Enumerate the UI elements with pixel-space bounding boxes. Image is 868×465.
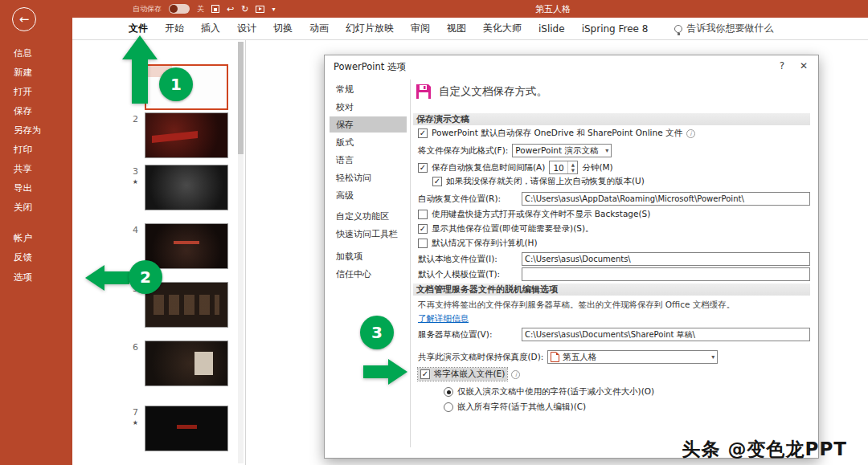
embed-all-radio[interactable] [444, 402, 453, 412]
tab-insert[interactable]: 插入 [201, 22, 220, 35]
arrow-head [388, 359, 407, 385]
slide-thumbnail-3[interactable] [145, 165, 228, 210]
step3-arrow-right [363, 359, 407, 385]
step2-badge: 2 [129, 260, 162, 294]
autosave-cloud-checkbox[interactable] [418, 128, 428, 138]
offline-note: 不再支持将签出的文件保存到服务器草稿。签出的文件现将保存到 Office 文档缓… [418, 300, 735, 311]
watermark: 头条 @变色龙PPT [682, 437, 847, 462]
options-nav-quick-access[interactable]: 快速访问工具栏 [330, 226, 407, 242]
stepper-up-icon[interactable]: ▲ [568, 161, 577, 168]
slide-thumbnail-4[interactable] [145, 223, 228, 269]
row-autosave-cloud: PowerPoint 默认自动保存 OneDrive 和 SharePoint … [418, 128, 695, 139]
save-to-computer-checkbox[interactable] [418, 239, 428, 248]
row-save-to-computer: 默认情况下保存到计算机(H) [418, 238, 538, 249]
local-path-input[interactable]: C:\Users\asus\Documents\ [522, 252, 810, 266]
template-path-input[interactable] [522, 267, 810, 281]
learn-more-link[interactable]: 了解详细信息 [418, 313, 469, 324]
tab-slideshow[interactable]: 幻灯片放映 [346, 22, 394, 35]
dialog-close-icon[interactable]: ✕ [800, 60, 808, 71]
arrow-shaft [132, 59, 148, 104]
tab-islide[interactable]: iSlide [538, 23, 565, 35]
tab-review[interactable]: 审阅 [411, 22, 430, 35]
autosave-toggle[interactable] [169, 4, 190, 14]
keep-last-version-checkbox[interactable] [432, 177, 442, 186]
row-autorecover: 保存自动恢复信息时间间隔(A) 10 ▲▼ 分钟(M) [418, 161, 613, 174]
save-icon[interactable] [211, 5, 219, 13]
tab-meihuadashi[interactable]: 美化大师 [483, 22, 522, 35]
thumbnail-scrollbar[interactable] [238, 42, 244, 463]
sidebar-item-share[interactable]: 共享 [0, 160, 72, 178]
slide-thumbnail-6[interactable] [145, 341, 228, 386]
autorecover-path-input[interactable]: C:\Users\asus\AppData\Roaming\Microsoft\… [522, 192, 810, 206]
row-embed-fonts: 将字体嵌入文件(E) i [418, 368, 520, 381]
options-nav-proofing[interactable]: 校对 [330, 99, 407, 115]
quick-access-caret-icon[interactable]: ▾ [272, 6, 275, 13]
slide-thumbnail-7[interactable] [145, 406, 228, 451]
document-title: 第五人格 [535, 3, 571, 15]
dialog-help-icon[interactable]: ? [780, 60, 784, 71]
sidebar-item-saveas[interactable]: 另存为 [0, 121, 72, 140]
section-save-presentations: 保存演示文稿 [413, 113, 810, 125]
autorecover-minutes-stepper[interactable]: 10 ▲▼ [549, 161, 578, 174]
tab-view[interactable]: 视图 [447, 22, 466, 35]
tab-home[interactable]: 开始 [165, 22, 184, 35]
sidebar-item-export[interactable]: 导出 [0, 179, 72, 198]
arrow-shaft [104, 271, 129, 284]
info-icon: i [511, 370, 520, 379]
options-nav-addins[interactable]: 加载项 [330, 248, 407, 264]
embed-fonts-checkbox[interactable] [420, 369, 430, 379]
step3-badge: 3 [360, 316, 394, 349]
show-places-checkbox[interactable] [418, 224, 428, 234]
options-nav-typography[interactable]: 版式 [330, 134, 407, 150]
row-autorecover-path: 自动恢复文件位置(R): C:\Users\asus\AppData\Roami… [418, 192, 810, 206]
tab-transitions[interactable]: 切换 [273, 22, 293, 35]
back-button[interactable]: ← [12, 7, 36, 31]
sidebar-item-account[interactable]: 帐户 [0, 229, 72, 247]
sidebar-item-feedback[interactable]: 反馈 [0, 248, 72, 267]
save-format-dropdown[interactable]: PowerPoint 演示文稿 ▾ [512, 144, 612, 157]
stepper-down-icon[interactable]: ▼ [568, 168, 577, 174]
sidebar-item-open[interactable]: 打开 [0, 83, 72, 101]
options-nav-accessibility[interactable]: 轻松访问 [330, 169, 407, 186]
row-local-path: 默认本地文件位置(I): C:\Users\asus\Documents\ [418, 252, 810, 266]
tab-animations[interactable]: 动画 [309, 22, 329, 35]
tab-file[interactable]: 文件 [129, 22, 148, 35]
fidelity-presentation-dropdown[interactable]: 第五人格 ▾ [547, 350, 718, 364]
autorecover-checkbox[interactable] [418, 163, 428, 173]
slide-thumbnail-2[interactable] [145, 112, 228, 158]
sidebar-item-save[interactable]: 保存 [0, 102, 72, 120]
row-server-path: 服务器草稿位置(V): C:\Users\asus\Documents\Shar… [418, 328, 810, 341]
back-arrow-icon: ← [19, 12, 30, 27]
embed-used-radio[interactable] [444, 387, 453, 397]
autosave-state: 关 [197, 4, 204, 14]
options-nav-general[interactable]: 常规 [330, 81, 407, 97]
dialog-title: PowerPoint 选项 [334, 61, 406, 73]
save-floppy-icon [415, 83, 432, 100]
sidebar-item-print[interactable]: 打印 [0, 141, 72, 159]
undo-icon[interactable]: ↩ [227, 5, 234, 14]
sidebar-item-close[interactable]: 关闭 [0, 198, 72, 217]
tab-design[interactable]: 设计 [237, 22, 256, 35]
ribbon-tab-bar: 文件 开始 插入 设计 切换 动画 幻灯片放映 审阅 视图 美化大师 iSlid… [72, 18, 868, 40]
chevron-down-icon: ▾ [711, 353, 714, 361]
options-nav-advanced[interactable]: 高级 [330, 187, 407, 203]
row-show-places: 显示其他保存位置(即使可能需要登录)(S)。 [418, 223, 594, 235]
sidebar-item-new[interactable]: 新建 [0, 63, 72, 82]
redo-icon[interactable]: ↻ [241, 5, 248, 14]
sidebar-item-info[interactable]: 信息 [0, 44, 72, 63]
options-nav-save[interactable]: 保存 [330, 116, 407, 133]
start-slideshow-icon[interactable] [256, 6, 264, 13]
tell-me-box[interactable]: 告诉我你想要做什么 [674, 22, 773, 35]
options-nav-trust-center[interactable]: 信任中心 [330, 266, 407, 282]
server-path-input[interactable]: C:\Users\asus\Documents\SharePoint 草稿\ [522, 328, 810, 341]
save-page-heading: 自定义文档保存方式。 [415, 83, 547, 100]
sidebar-item-options[interactable]: 选项 [0, 268, 72, 287]
tab-ispring[interactable]: iSpring Free 8 [582, 23, 649, 35]
scrollbar-thumb[interactable] [238, 42, 244, 154]
options-nav-language[interactable]: 语言 [330, 152, 407, 168]
no-backstage-checkbox[interactable] [418, 210, 428, 219]
row-embed-used: 仅嵌入演示文稿中使用的字符(适于减小文件大小)(O) [444, 386, 654, 398]
row-save-format: 将文件保存为此格式(F): PowerPoint 演示文稿 ▾ [418, 144, 612, 157]
step1-badge: 1 [159, 67, 193, 101]
options-nav-customize-ribbon[interactable]: 自定义功能区 [330, 208, 407, 224]
